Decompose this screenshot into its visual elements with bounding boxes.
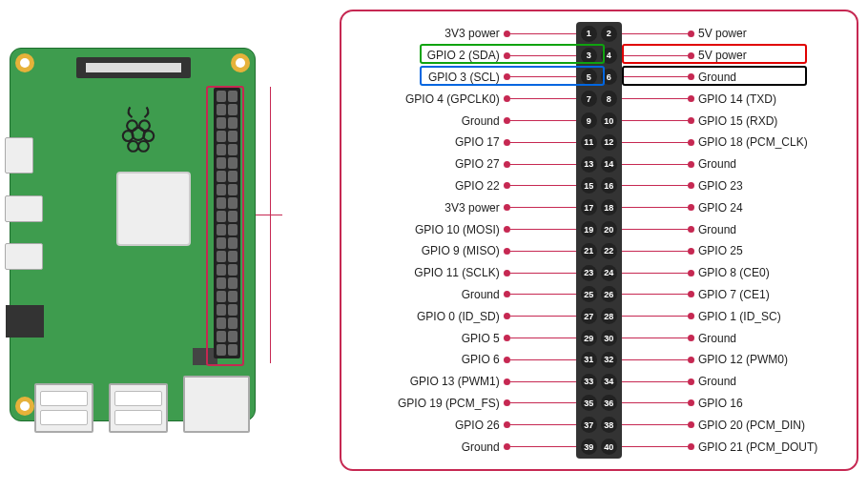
pin-number: 4 xyxy=(601,48,617,64)
pin-line xyxy=(619,402,688,403)
pin-dot xyxy=(688,378,694,385)
mounting-hole xyxy=(231,53,250,72)
pin-number: 28 xyxy=(601,308,617,324)
pin-dot xyxy=(504,139,510,146)
pin-label-left: Ground xyxy=(357,114,504,128)
gpio-header-highlight xyxy=(206,86,244,366)
soc-chip xyxy=(116,172,191,246)
pin-label-left: GPIO 2 (SDA) xyxy=(357,49,504,62)
callout-line xyxy=(270,238,271,363)
pin-dot xyxy=(688,270,694,276)
pin-dot xyxy=(688,95,694,102)
pin-label-left: GPIO 19 (PCM_FS) xyxy=(357,397,504,410)
pin-dot xyxy=(504,182,510,189)
pin-dot xyxy=(504,270,510,276)
pin-header-strip xyxy=(576,22,622,459)
pin-number: 30 xyxy=(601,330,617,346)
pin-dot xyxy=(504,378,510,385)
pin-line xyxy=(510,402,579,403)
pin-label-left: GPIO 13 (PWM1) xyxy=(357,375,504,388)
pin-dot xyxy=(688,139,694,146)
pin-line xyxy=(510,164,579,165)
pin-dot xyxy=(504,399,510,406)
pin-number: 14 xyxy=(601,156,617,173)
pin-line xyxy=(510,381,579,382)
pin-dot xyxy=(688,204,694,211)
pin-label-right: GPIO 25 xyxy=(694,244,841,257)
pin-dot xyxy=(688,226,694,233)
pin-line xyxy=(619,251,688,252)
pin-number: 3 xyxy=(581,48,597,64)
pin-label-left: GPIO 11 (SCLK) xyxy=(357,266,504,279)
pin-line xyxy=(619,316,688,317)
pin-label-left: 3V3 power xyxy=(357,201,504,215)
pin-dot xyxy=(504,204,510,211)
pin-dot xyxy=(688,443,694,450)
pin-line xyxy=(510,142,579,143)
pin-line xyxy=(619,359,688,360)
pin-label-left: GPIO 22 xyxy=(357,179,504,193)
pin-line xyxy=(619,164,688,165)
callout-line xyxy=(256,215,282,215)
pin-number: 38 xyxy=(601,417,617,433)
pin-label-right: GPIO 16 xyxy=(694,397,841,410)
raspberry-logo-icon xyxy=(116,103,160,154)
pin-number: 12 xyxy=(601,134,617,151)
pin-number: 27 xyxy=(581,308,597,324)
pin-number: 34 xyxy=(601,374,617,390)
pin-line xyxy=(619,55,688,56)
pin-dot xyxy=(504,335,510,341)
pin-label-right: GPIO 24 xyxy=(694,201,841,215)
pin-line xyxy=(510,359,579,360)
pin-dot xyxy=(688,421,694,428)
micro-hdmi-port xyxy=(5,243,43,270)
pin-line xyxy=(510,76,579,77)
pin-number: 13 xyxy=(581,156,597,173)
pin-line xyxy=(619,33,688,34)
pin-dot xyxy=(504,313,510,319)
pin-dot xyxy=(504,161,510,168)
pin-label-left: GPIO 6 xyxy=(357,353,504,366)
pin-label-left: GPIO 0 (ID_SD) xyxy=(357,310,504,323)
pin-label-left: 3V3 power xyxy=(357,27,504,40)
pin-number: 22 xyxy=(601,243,617,259)
pin-line xyxy=(510,338,579,338)
pin-dot xyxy=(688,31,694,37)
pin-number: 39 xyxy=(581,439,597,455)
pin-label-left: Ground xyxy=(357,440,504,454)
pin-line xyxy=(510,185,579,186)
pin-dot xyxy=(688,248,694,255)
pin-label-right: GPIO 21 (PCM_DOUT) xyxy=(694,440,841,454)
pin-label-right: GPIO 20 (PCM_DIN) xyxy=(694,419,841,432)
pin-label-left: GPIO 26 xyxy=(357,419,504,432)
pin-line xyxy=(619,424,688,425)
pin-label-left: GPIO 3 (SCL) xyxy=(357,71,504,84)
pin-number: 10 xyxy=(601,113,617,129)
pin-dot xyxy=(688,117,694,124)
pin-dot xyxy=(688,161,694,168)
svg-point-5 xyxy=(128,141,138,152)
pin-label-right: Ground xyxy=(694,71,841,84)
pin-label-right: Ground xyxy=(694,157,841,171)
pin-dot xyxy=(504,226,510,233)
pin-number: 29 xyxy=(581,330,597,346)
pin-label-right: Ground xyxy=(694,223,841,236)
pin-line xyxy=(619,142,688,143)
pin-line xyxy=(619,381,688,382)
pin-dot xyxy=(504,117,510,124)
pin-label-right: GPIO 8 (CE0) xyxy=(694,266,841,279)
pin-line xyxy=(619,294,688,295)
pin-line xyxy=(510,55,579,56)
pin-line xyxy=(510,273,579,274)
pin-number: 37 xyxy=(581,417,597,433)
pin-label-right: GPIO 12 (PWM0) xyxy=(694,353,841,366)
pin-number: 23 xyxy=(581,265,597,281)
pin-dot xyxy=(504,357,510,363)
pin-label-right: GPIO 1 (ID_SC) xyxy=(694,310,841,323)
pin-dot xyxy=(504,421,510,428)
mounting-hole xyxy=(15,397,34,416)
pin-label-left: GPIO 5 xyxy=(357,332,504,345)
pin-number: 9 xyxy=(581,113,597,129)
pin-line xyxy=(510,251,579,252)
pin-number: 11 xyxy=(581,134,597,151)
